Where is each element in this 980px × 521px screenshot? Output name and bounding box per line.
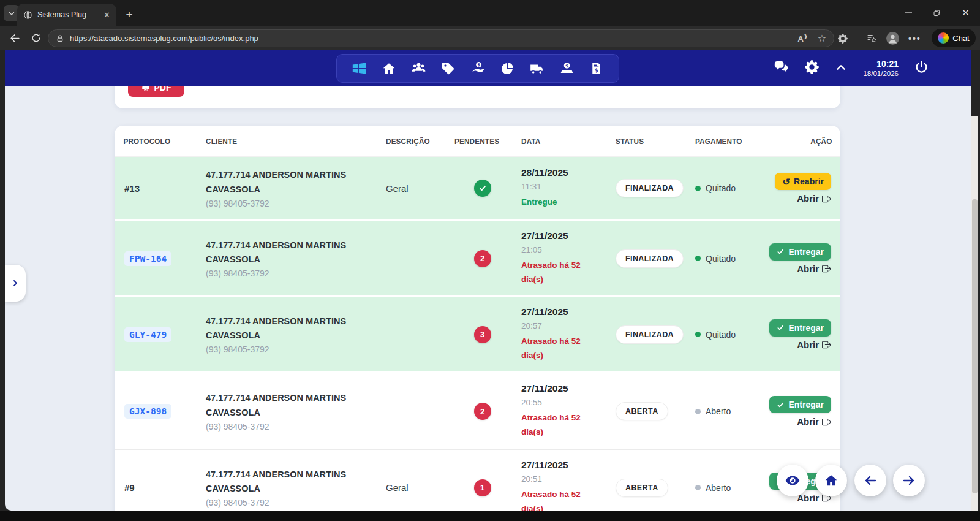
restore-button[interactable] [922,0,951,26]
new-tab-button[interactable]: + [121,7,137,23]
sidebar-expand-tab[interactable] [5,265,26,302]
client-phone: (93) 98405-3792 [206,268,386,278]
menu-item-windows[interactable] [349,58,369,79]
menu-item-clients[interactable] [408,58,429,79]
check-icon [478,184,487,192]
status-badge: ABERTA [616,479,668,497]
description-text: Geral [386,183,454,194]
lock-icon [56,34,64,43]
protocol-badge[interactable]: GJX-898 [124,404,172,419]
menu-item-invoices[interactable]: $ [586,58,607,79]
home-icon [382,61,396,76]
person-icon [886,32,899,45]
menu-item-products[interactable] [438,58,459,79]
refresh-icon [31,33,41,43]
favorites-list-icon[interactable] [867,33,877,44]
minimize-button[interactable] [894,0,922,26]
refresh-button[interactable] [29,31,43,45]
logout-power-icon[interactable] [914,59,929,77]
menu-item-sales[interactable]: $ [467,58,488,79]
window-frame-bottom [0,511,980,521]
status-badge: FINALIZADA [616,325,684,344]
status-badge: FINALIZADA [616,179,684,197]
coin-deposit-icon: $ [559,61,575,76]
payment-label: Quitado [706,254,736,264]
back-button[interactable] [7,31,22,45]
reabrir-button[interactable]: ↺ Reabrir [775,173,831,190]
toolbar-divider [857,33,858,44]
home-icon [824,473,839,488]
address-bar[interactable]: https://atacado.sistemasplug.com/public/… [48,29,834,47]
browser-tab[interactable]: Sistemas Plug ✕ [17,4,116,26]
payment-dot [695,409,701,414]
home-fab[interactable] [815,465,847,496]
abrir-label: Abrir [797,340,819,350]
scrollbar-thumb[interactable] [972,199,978,493]
arrow-left-icon [863,473,878,488]
entregar-button[interactable]: Entregar [769,319,831,337]
browser-menu-icon[interactable]: ••• [908,34,921,44]
abrir-label: Abrir [797,264,819,274]
prev-page-fab[interactable] [854,465,886,496]
entregar-button[interactable]: Entregar [769,243,831,260]
client-phone: (93) 98405-3792 [206,199,386,208]
client-phone: (93) 98405-3792 [206,422,386,432]
protocol-label: #9 [124,482,135,493]
view-fab[interactable] [777,465,809,496]
col-data: DATA [521,137,606,146]
overdue-note: Atrasado há 52 dia(s) [521,488,586,511]
box-arrow-right-icon [822,194,831,203]
globe-icon [23,10,32,20]
entregar-label: Entregar [788,400,824,409]
payment-dot [695,485,701,490]
next-page-fab[interactable] [893,465,925,496]
menu-item-deliveries[interactable] [527,58,548,79]
overdue-note: Atrasado há 52 dia(s) [521,259,586,287]
svg-text:$: $ [477,61,480,67]
abrir-link[interactable]: Abrir [797,264,831,274]
pending-done-badge [474,180,491,197]
payment-dot [695,332,701,337]
extensions-icon[interactable] [838,34,848,44]
client-name: 47.177.714 ANDERSON MARTINS CAVASSOLA [206,314,364,343]
protocol-badge[interactable]: GLY-479 [124,327,172,342]
protocol-badge[interactable]: FPW-164 [124,251,172,266]
profile-avatar[interactable] [886,32,899,45]
arrow-right-icon [902,473,916,488]
payment-label: Quitado [706,183,736,193]
close-window-button[interactable]: ✕ [951,0,980,26]
menu-item-reports[interactable] [497,58,518,79]
order-date: 27/11/2025 [521,460,616,471]
box-arrow-right-icon [822,417,831,427]
check-icon [777,324,785,332]
url-text: https://atacado.sistemasplug.com/public/… [70,34,792,43]
read-aloud-icon[interactable]: A❱ [797,34,807,44]
main-menu: $ $ $ [336,54,619,83]
abrir-link[interactable]: Abrir [797,340,831,350]
table-row: GLY-479 47.177.714 ANDERSON MARTINS CAVA… [115,297,840,373]
page-scrollbar[interactable] [971,50,978,511]
collapse-chevron-icon[interactable] [834,61,848,77]
box-arrow-right-icon [822,340,831,349]
menu-item-payments[interactable]: $ [556,58,577,79]
client-phone: (93) 98405-3792 [206,498,386,508]
abrir-link[interactable]: Abrir [797,193,831,203]
tab-close-icon[interactable]: ✕ [104,11,110,19]
payment-dot [695,186,701,191]
entregar-button[interactable]: Entregar [769,396,831,413]
settings-gear-icon[interactable] [805,60,819,77]
abrir-link[interactable]: Abrir [797,416,831,427]
pending-count-badge: 2 [474,403,491,420]
order-time: 20:51 [521,474,616,484]
overdue-note: Atrasado há 52 dia(s) [521,335,586,363]
payment-label: Aberto [706,483,731,493]
col-status: STATUS [616,137,687,146]
check-icon [777,248,785,256]
favorite-star-icon[interactable]: ☆ [818,32,826,44]
entregar-label: Entregar [788,323,824,333]
abrir-label: Abrir [797,193,819,203]
copilot-chat-button[interactable]: Chat [932,29,976,47]
client-name: 47.177.714 ANDERSON MARTINS CAVASSOLA [206,391,364,420]
menu-item-home[interactable] [379,58,399,79]
chat-bubbles-icon[interactable] [773,59,790,78]
